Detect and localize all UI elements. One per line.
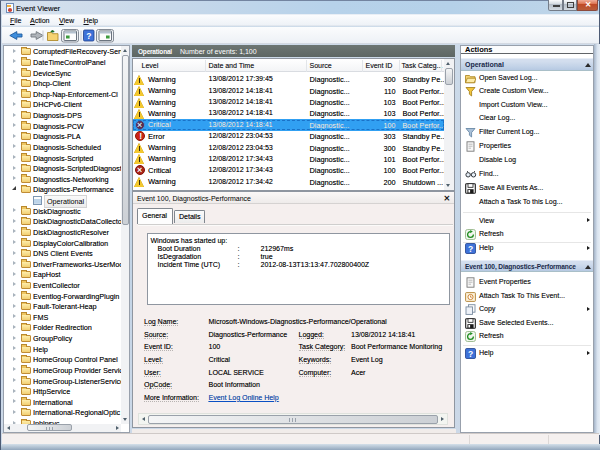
svg-text:?: ? (467, 349, 472, 359)
svg-text:?: ? (86, 31, 91, 41)
svg-text:?: ? (467, 244, 472, 254)
